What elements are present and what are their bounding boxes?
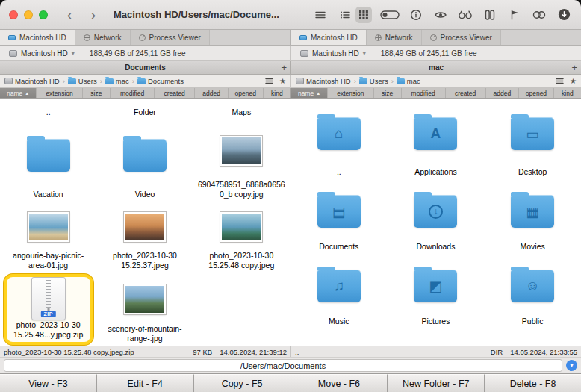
column-header-opened[interactable]: opened xyxy=(229,88,264,98)
rings-icon[interactable] xyxy=(531,7,547,23)
breadcrumb-separator: › xyxy=(391,77,394,85)
tab-label: Network xyxy=(385,34,413,42)
file-item-up[interactable]: ⌂.. xyxy=(290,99,388,179)
breadcrumb-item[interactable]: Documents xyxy=(137,77,184,85)
file-label: Vacation xyxy=(34,190,63,199)
eye-icon[interactable] xyxy=(432,7,449,23)
breadcrumb-actions: ★ xyxy=(265,78,286,85)
breadcrumb-item[interactable]: Macintosh HD xyxy=(296,77,351,85)
right-tab-macintosh-hd[interactable]: Macintosh HD xyxy=(291,30,367,45)
file-item[interactable]: photo_2023-10-30 15.25.37.jpeg xyxy=(96,202,193,273)
file-item[interactable]: Video xyxy=(96,119,193,202)
column-header-created[interactable]: created xyxy=(446,88,486,98)
column-header-created[interactable]: created xyxy=(155,88,195,98)
command-input[interactable]: /Users/mac/Documents xyxy=(4,359,562,372)
file-item[interactable]: ▤Documents xyxy=(290,179,388,254)
close-button[interactable] xyxy=(9,10,18,19)
file-item[interactable]: ▦Movies xyxy=(484,179,581,254)
sort-ascending-icon: ▲ xyxy=(316,91,320,96)
menu-icon[interactable] xyxy=(312,7,329,23)
left-tab-process-viewer[interactable]: Process Viewer xyxy=(131,30,210,45)
add-tab-button[interactable]: + xyxy=(281,61,287,74)
tab-label: Process Viewer xyxy=(149,34,201,42)
disk-icon xyxy=(4,78,13,84)
file-item[interactable]: 6904758951_6868a06560_b copy.jpg xyxy=(193,119,290,202)
status-size: DIR xyxy=(491,348,503,356)
drive-free-space: 188,49 GB of 245,11 GB free xyxy=(90,49,186,57)
file-label: Video xyxy=(135,190,155,199)
flag-icon[interactable] xyxy=(506,7,523,23)
download-icon[interactable] xyxy=(556,7,572,23)
new-folder-button[interactable]: New Folder - F7 xyxy=(388,374,485,392)
column-header-extension[interactable]: extension xyxy=(328,88,373,98)
forward-button[interactable]: › xyxy=(91,8,96,22)
file-item[interactable]: AApplications xyxy=(388,99,485,179)
gauge-icon xyxy=(430,34,437,41)
zip-file-icon: ZIP xyxy=(10,277,87,320)
right-tab-process-viewer[interactable]: Process Viewer xyxy=(422,30,501,45)
favorite-star-icon[interactable]: ★ xyxy=(279,78,286,85)
right-tab-network[interactable]: Network xyxy=(367,30,422,45)
toggle-switch-icon[interactable] xyxy=(380,7,400,23)
grid-view-icon[interactable] xyxy=(355,7,372,23)
view-button[interactable]: View - F3 xyxy=(0,374,97,392)
file-item[interactable]: ♫Music xyxy=(290,254,388,329)
move-button[interactable]: Move - F6 xyxy=(290,374,388,392)
binoculars-icon[interactable] xyxy=(457,7,473,23)
column-header-name[interactable]: name▲ xyxy=(291,88,328,98)
column-header-name[interactable]: name▲ xyxy=(0,88,37,98)
column-header-added[interactable]: added xyxy=(195,88,229,98)
file-item[interactable]: angourie-bay-picnic-area-01.jpg xyxy=(0,202,96,273)
minimize-button[interactable] xyxy=(24,10,33,19)
breadcrumb-item[interactable]: Macintosh HD xyxy=(4,77,60,85)
column-header-extension[interactable]: extension xyxy=(37,88,82,98)
file-item[interactable]: photo_2023-10-30 15.25.48 copy.jpeg xyxy=(193,202,290,273)
breadcrumb-menu-icon[interactable] xyxy=(265,78,273,84)
add-tab-button[interactable]: + xyxy=(571,61,577,74)
list-view-icon[interactable] xyxy=(337,7,353,23)
left-status-bar: photo_2023-10-30 15.25.48 copy.jpeg.zip … xyxy=(0,346,290,357)
left-drive-bar: Macintosh HD ▾ 188,49 GB of 245,11 GB fr… xyxy=(0,46,290,60)
breadcrumb-item[interactable]: Users xyxy=(359,77,388,85)
file-item[interactable]: scenery-of-mountain-range-.jpg xyxy=(96,273,193,346)
breadcrumb-menu-icon[interactable] xyxy=(556,78,564,84)
breadcrumb-item[interactable]: mac xyxy=(397,77,420,85)
command-history-button[interactable]: ▾ xyxy=(566,360,577,371)
copy-button[interactable]: Copy - F5 xyxy=(194,374,291,392)
delete-button[interactable]: Delete - F8 xyxy=(485,374,581,392)
column-header-size[interactable]: size xyxy=(374,88,402,98)
back-button[interactable]: ‹ xyxy=(67,8,72,22)
drive-selector[interactable]: Macintosh HD ▾ xyxy=(297,49,369,58)
status-filename: .. xyxy=(295,348,299,356)
people-icon: ☺ xyxy=(511,270,554,302)
drive-selector[interactable]: Macintosh HD ▾ xyxy=(6,49,78,58)
column-label: modified xyxy=(120,90,144,97)
file-item-selected[interactable]: ZIP photo_2023-10-30 15.25.48...y.jpeg.z… xyxy=(0,273,96,346)
disk-icon xyxy=(299,35,307,40)
file-label: photo_2023-10-30 15.25.48...y.jpeg.zip xyxy=(10,320,87,340)
masks-icon[interactable] xyxy=(482,7,498,23)
file-item-up[interactable]: .. xyxy=(0,99,96,119)
favorite-star-icon[interactable]: ★ xyxy=(570,78,577,85)
column-header-opened[interactable]: opened xyxy=(519,88,554,98)
breadcrumb-item[interactable]: Users xyxy=(68,77,97,85)
file-item[interactable]: Maps xyxy=(193,99,290,119)
zoom-button[interactable] xyxy=(39,10,48,19)
left-tab-network[interactable]: Network xyxy=(75,30,131,45)
column-header-modified[interactable]: modified xyxy=(402,88,446,98)
info-icon[interactable] xyxy=(408,7,424,23)
breadcrumb-item[interactable]: mac xyxy=(105,77,129,85)
column-header-modified[interactable]: modified xyxy=(111,88,155,98)
file-item[interactable]: ▭Desktop xyxy=(484,99,581,179)
file-item[interactable]: ↓Downloads xyxy=(388,179,485,254)
file-item[interactable]: Folder xyxy=(96,99,193,119)
edit-button[interactable]: Edit - F4 xyxy=(97,374,194,392)
column-header-kind[interactable]: kind xyxy=(264,88,290,98)
file-item[interactable]: ◩Pictures xyxy=(388,254,485,329)
column-header-added[interactable]: added xyxy=(486,88,519,98)
column-header-kind[interactable]: kind xyxy=(554,88,581,98)
file-item[interactable]: Vacation xyxy=(0,119,96,202)
file-item[interactable]: ☺Public xyxy=(484,254,581,329)
left-tab-macintosh-hd[interactable]: Macintosh HD xyxy=(0,30,75,45)
column-header-size[interactable]: size xyxy=(83,88,111,98)
